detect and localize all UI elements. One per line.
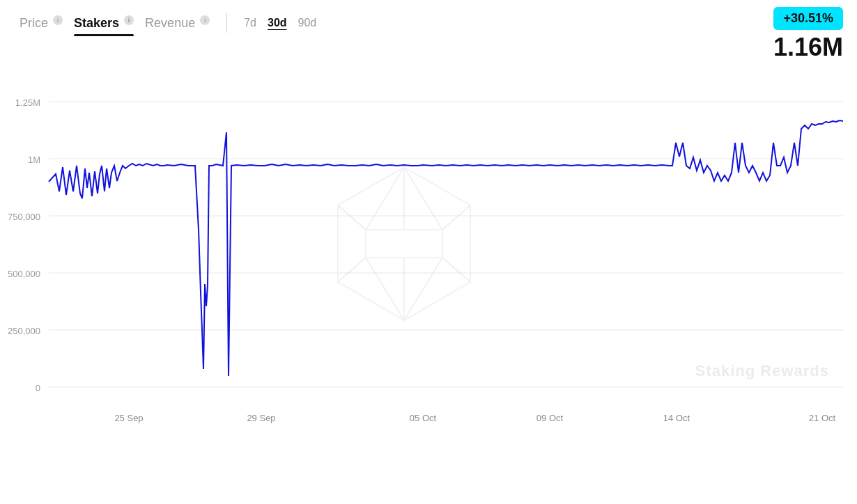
svg-text:1M: 1M xyxy=(28,155,40,165)
svg-line-21 xyxy=(442,258,470,282)
svg-line-22 xyxy=(338,205,366,230)
main-container: Price i Stakers i Revenue i 7d 30d 90d +… xyxy=(0,0,857,504)
svg-text:05 Oct: 05 Oct xyxy=(410,413,437,423)
period-30d[interactable]: 30d xyxy=(262,14,293,32)
tab-revenue[interactable]: Revenue i xyxy=(139,13,215,33)
svg-marker-17 xyxy=(366,230,442,258)
svg-text:14 Oct: 14 Oct xyxy=(663,413,690,423)
revenue-info-icon[interactable]: i xyxy=(200,15,210,25)
svg-line-23 xyxy=(338,258,366,282)
svg-text:750,000: 750,000 xyxy=(8,212,40,222)
svg-text:21 Oct: 21 Oct xyxy=(809,413,836,423)
stat-area: +30.51% 1.16M xyxy=(773,7,843,62)
svg-text:09 Oct: 09 Oct xyxy=(536,413,564,423)
header: Price i Stakers i Revenue i 7d 30d 90d xyxy=(14,7,843,36)
svg-line-20 xyxy=(442,205,470,230)
svg-text:25 Sep: 25 Sep xyxy=(114,413,143,423)
svg-text:29 Sep: 29 Sep xyxy=(247,413,275,423)
svg-text:250,000: 250,000 xyxy=(8,326,40,336)
period-7d[interactable]: 7d xyxy=(238,14,262,32)
tab-stakers[interactable]: Stakers i xyxy=(68,13,139,33)
chart-area: 1.25M 1M 750,000 500,000 250,000 0 xyxy=(0,90,857,462)
svg-text:Staking Rewards: Staking Rewards xyxy=(695,362,829,379)
period-90d[interactable]: 90d xyxy=(293,14,323,32)
main-value: 1.16M xyxy=(773,33,843,62)
svg-text:500,000: 500,000 xyxy=(8,269,40,279)
change-badge: +30.51% xyxy=(773,7,843,30)
stakers-info-icon[interactable]: i xyxy=(124,15,134,25)
header-divider xyxy=(226,13,227,33)
chart-svg: 1.25M 1M 750,000 500,000 250,000 0 xyxy=(0,90,857,459)
price-info-icon[interactable]: i xyxy=(53,15,63,25)
svg-text:0: 0 xyxy=(36,383,40,393)
svg-text:1.25M: 1.25M xyxy=(15,97,40,108)
tab-price[interactable]: Price i xyxy=(14,13,68,33)
